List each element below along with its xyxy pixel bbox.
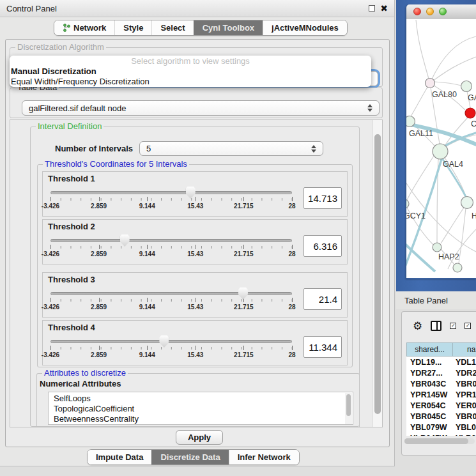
threshold-1-value-field[interactable]: 14.713 bbox=[303, 187, 342, 209]
number-of-intervals-value: 5 bbox=[146, 144, 151, 153]
table-row[interactable]: YBL079W YBL0 bbox=[406, 422, 476, 433]
node-gcy1 bbox=[406, 199, 409, 208]
table-row[interactable]: YBR045C YBR0 bbox=[406, 411, 476, 422]
network-window-titlebar bbox=[406, 4, 476, 19]
column-header-name[interactable]: na bbox=[453, 343, 476, 356]
threshold-2-slider[interactable]: -3.426 2.859 9.144 15.43 21.715 28 bbox=[48, 231, 295, 259]
node-bottom-partial bbox=[453, 263, 462, 272]
network-frame: GAL80 GA C GAL11 GAL4 GCY1 H HAP2 bbox=[396, 0, 476, 291]
interval-definition-group-title: Interval Definition bbox=[36, 122, 104, 131]
threshold-3-slider[interactable]: -3.426 2.859 9.144 15.43 21.715 28 bbox=[48, 284, 295, 312]
network-canvas[interactable]: GAL80 GA C GAL11 GAL4 GCY1 H HAP2 bbox=[406, 19, 476, 278]
tab-network[interactable]: Network bbox=[54, 20, 114, 35]
checkbox-icon[interactable]: ✓ bbox=[450, 323, 456, 329]
threshold-1-box: Threshold 1 bbox=[42, 171, 348, 217]
option-manual-discretization[interactable]: Manual Discretization bbox=[10, 66, 371, 77]
table-row[interactable]: YPR145W YPR1 bbox=[406, 389, 476, 400]
threshold-3-value-field[interactable]: 21.4 bbox=[303, 288, 342, 310]
node-gal80 bbox=[426, 79, 435, 88]
node-gal11 bbox=[406, 116, 415, 127]
tab-jactivemnodules[interactable]: jActiveMNodules bbox=[263, 20, 347, 35]
control-panel-titlebar: Control Panel ✖ bbox=[0, 0, 394, 17]
tab-impute-data[interactable]: Impute Data bbox=[88, 450, 151, 464]
table-panel: ⚙ ✓ ✓ shared... na YDL19... YDL1 YDR27..… bbox=[401, 311, 476, 456]
node-hap2 bbox=[433, 243, 441, 252]
thresholds-group: Threshold's Coordinates for 5 Intervals … bbox=[37, 164, 353, 367]
settings-scrollbar[interactable] bbox=[372, 120, 382, 427]
algorithm-dropdown-popup: Select algorithm to view settings Manual… bbox=[10, 56, 371, 87]
numerical-attributes-label: Numerical Attributes bbox=[40, 379, 121, 388]
attributes-group-title: Attributes to discretize bbox=[42, 369, 128, 378]
list-item[interactable]: TopologicalCoefficient bbox=[54, 404, 353, 414]
threshold-4-slider[interactable]: -3.426 2.859 9.144 15.43 21.715 28 bbox=[48, 332, 295, 360]
node-table: shared... na YDL19... YDL1 YDR27... YDR2… bbox=[406, 342, 476, 436]
node-partial-top-right bbox=[461, 81, 472, 92]
table-row[interactable]: YDL19... YDL1 bbox=[406, 357, 476, 367]
node-label: C bbox=[471, 119, 476, 128]
gear-icon[interactable]: ⚙ bbox=[413, 321, 422, 332]
node-label: HAP2 bbox=[438, 252, 459, 261]
threshold-2-label: Threshold 2 bbox=[48, 222, 342, 231]
list-item[interactable]: SelfLoops bbox=[54, 394, 353, 404]
node-label: GA bbox=[468, 93, 476, 102]
tab-select[interactable]: Select bbox=[151, 20, 193, 35]
node-table-rows: YDL19... YDL1 YDR27... YDR2 YBR043C YBR0… bbox=[406, 357, 476, 436]
thresholds-group-title: Threshold's Coordinates for 5 Intervals bbox=[43, 160, 189, 169]
tab-infer-network[interactable]: Infer Network bbox=[229, 450, 299, 464]
threshold-1-label: Threshold 1 bbox=[48, 174, 342, 183]
attributes-scrollbar[interactable] bbox=[345, 393, 352, 425]
control-panel-title: Control Panel bbox=[6, 4, 57, 13]
table-horizontal-scrollbar[interactable] bbox=[404, 438, 475, 444]
cyni-bottom-tabbar: Impute Data Discretize Data Infer Networ… bbox=[87, 449, 300, 465]
table-data-group: Table Data galFiltered.sif default node bbox=[10, 88, 383, 118]
node-label: H bbox=[472, 211, 476, 220]
split-columns-icon[interactable] bbox=[431, 321, 441, 331]
combo-spinner-icon bbox=[311, 145, 316, 153]
mac-zoom-icon[interactable] bbox=[439, 8, 447, 15]
number-of-intervals-select[interactable]: 5 bbox=[139, 141, 323, 156]
tab-discretize-data[interactable]: Discretize Data bbox=[151, 450, 228, 464]
column-header-shared-name[interactable]: shared... bbox=[407, 343, 453, 356]
tab-network-label: Network bbox=[73, 23, 106, 33]
threshold-4-label: Threshold 4 bbox=[48, 323, 342, 332]
table-data-selected-value: galFiltered.sif default node bbox=[29, 104, 126, 113]
control-panel-tabbar: Network Style Select Cyni Toolbox jActiv… bbox=[54, 20, 348, 36]
node-label: GAL80 bbox=[432, 90, 457, 99]
threshold-2-value-field[interactable]: 6.316 bbox=[303, 235, 342, 257]
table-row[interactable]: YER054C YER0 bbox=[406, 400, 476, 411]
table-panel-toolbar: ⚙ ✓ ✓ bbox=[402, 312, 476, 340]
network-window: GAL80 GA C GAL11 GAL4 GCY1 H HAP2 bbox=[406, 4, 476, 279]
cyni-content-panel: Discretization Algorithm Select algorith… bbox=[5, 39, 390, 447]
attributes-group: Attributes to discretize Numerical Attri… bbox=[36, 373, 360, 427]
tab-style[interactable]: Style bbox=[114, 20, 151, 35]
checkbox-icon[interactable]: ✓ bbox=[464, 323, 471, 329]
mac-minimize-icon[interactable] bbox=[426, 8, 434, 15]
threshold-1-slider[interactable]: -3.426 2.859 9.144 15.43 21.715 28 bbox=[48, 183, 295, 211]
control-panel: Control Panel ✖ Network Style Select Cyn… bbox=[0, 0, 395, 466]
node-highlighted-red bbox=[465, 108, 475, 118]
node-label: GAL4 bbox=[443, 160, 463, 169]
table-row[interactable]: YLR345W YLR3 bbox=[406, 433, 476, 436]
tab-cyni-toolbox[interactable]: Cyni Toolbox bbox=[194, 20, 263, 35]
algorithm-placeholder: Select algorithm to view settings bbox=[10, 56, 371, 66]
float-window-icon[interactable] bbox=[369, 5, 375, 12]
right-column: GAL80 GA C GAL11 GAL4 GCY1 H HAP2 Table … bbox=[396, 0, 476, 476]
numerical-attributes-list[interactable]: SelfLoops TopologicalCoefficient Between… bbox=[48, 392, 353, 425]
threshold-3-label: Threshold 3 bbox=[48, 275, 342, 284]
mac-close-icon[interactable] bbox=[413, 8, 421, 15]
table-panel-header: Table Panel bbox=[396, 291, 476, 309]
table-data-select[interactable]: galFiltered.sif default node bbox=[22, 100, 380, 116]
table-row[interactable]: YBR043C YBR0 bbox=[406, 378, 476, 389]
node-label: GAL11 bbox=[409, 129, 433, 138]
threshold-4-value-field[interactable]: 11.344 bbox=[303, 336, 342, 358]
threshold-2-box: Threshold 2 bbox=[42, 219, 348, 265]
table-row[interactable]: YDR27... YDR2 bbox=[406, 367, 476, 378]
apply-button[interactable]: Apply bbox=[176, 430, 223, 445]
network-graph: GAL80 GA C GAL11 GAL4 GCY1 H HAP2 bbox=[406, 19, 476, 278]
list-item[interactable]: BetweennessCentrality bbox=[54, 414, 353, 424]
close-icon[interactable]: ✖ bbox=[380, 5, 388, 12]
node-table-header: shared... na bbox=[406, 342, 476, 357]
settings-scroll-viewport: Interval Definition Number of Intervals … bbox=[10, 119, 383, 427]
number-of-intervals-label: Number of Intervals bbox=[55, 144, 133, 153]
option-equal-width-frequency[interactable]: Equal Width/Frequency Discretization bbox=[10, 77, 371, 87]
